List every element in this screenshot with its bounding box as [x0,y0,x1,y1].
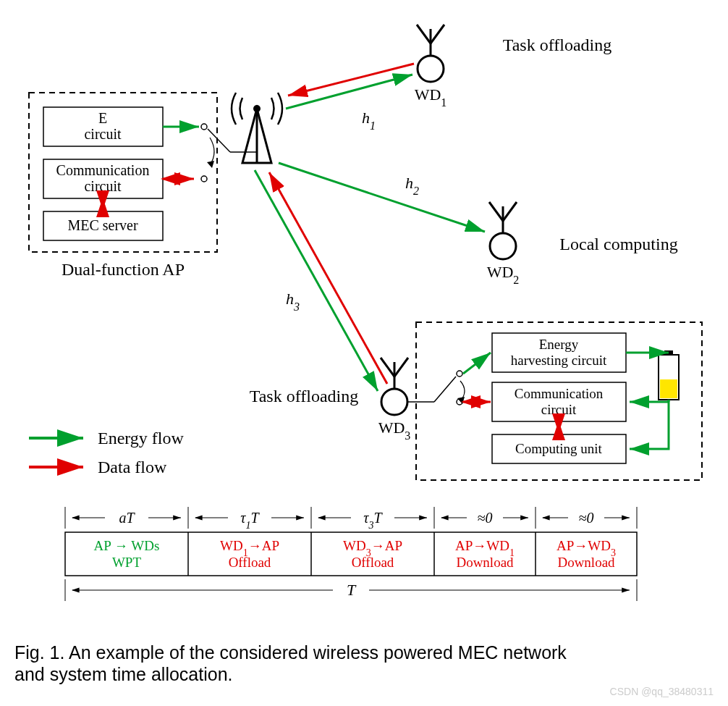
wd3-task: Task offloading [250,387,359,405]
wd1-task: Task offloading [503,35,612,54]
svg-text:harvesting circuit: harvesting circuit [511,353,607,368]
svg-text:WD3: WD3 [378,419,411,442]
legend-energy: Energy flow [98,429,185,447]
battery-icon [659,350,679,400]
svg-point-36 [457,371,462,377]
svg-text:Computing unit: Computing unit [515,441,603,456]
svg-line-22 [489,202,503,221]
arrow-ap-wd2-energy [279,163,485,232]
ap-box-energy: E [98,110,107,126]
svg-text:h1: h1 [362,109,376,132]
diagram-svg: E circuit Communication circuit MEC serv… [0,0,728,706]
svg-text:Offload: Offload [352,555,394,570]
watermark: CSDN @qq_38480311 [610,686,714,697]
svg-point-20 [490,233,516,259]
svg-text:h3: h3 [286,290,300,313]
svg-text:τ3T: τ3T [363,510,383,531]
arrow-ap-wd3-energy [255,170,378,391]
arrow-wd3-ap-data [269,172,387,384]
svg-text:WD1: WD1 [415,85,447,109]
svg-text:Offload: Offload [229,555,271,570]
svg-line-28 [394,358,408,377]
svg-line-17 [417,25,431,43]
svg-text:circuit: circuit [84,126,122,142]
svg-text:h2: h2 [405,174,419,197]
svg-line-23 [503,202,517,221]
svg-text:Download: Download [456,555,514,570]
svg-text:circuit: circuit [84,178,122,194]
wd2-task: Local computing [559,235,677,253]
ap-label: Dual-function AP [62,260,185,279]
svg-text:≈0: ≈0 [579,510,594,526]
svg-text:AP → WDs: AP → WDs [94,538,160,553]
legend-data: Data flow [98,458,167,476]
timeline: aT τ1T τ3T ≈0 ≈0 AP → WDs WPT WD1→AP Off… [65,507,637,601]
svg-text:Download: Download [557,555,615,570]
ap-box-mec: MEC server [67,217,138,233]
ap-box-comm: Communication [56,162,150,178]
ap-module: E circuit Communication circuit MEC serv… [29,93,257,279]
svg-text:τ1T: τ1T [240,510,260,531]
svg-text:WPT: WPT [112,555,142,570]
svg-line-46 [463,353,491,374]
legend: Energy flow Data flow [29,429,185,476]
svg-line-18 [431,25,444,43]
svg-text:aT: aT [119,510,135,526]
wd1: WD1 Task offloading [415,25,612,109]
svg-point-15 [418,56,444,82]
svg-point-14 [253,105,261,112]
svg-point-10 [201,176,207,182]
svg-text:WD2: WD2 [487,263,520,286]
svg-point-25 [381,389,407,415]
wd2: WD2 Local computing [487,202,678,286]
svg-text:≈0: ≈0 [478,510,493,526]
svg-point-8 [201,124,207,130]
figure-caption: Fig. 1. An example of the considered wir… [14,642,572,684]
svg-text:Energy: Energy [539,337,579,352]
svg-text:T: T [347,581,357,599]
svg-text:Communication: Communication [515,386,604,401]
wd3: WD3 Task offloading [250,358,411,442]
svg-text:circuit: circuit [541,402,577,417]
wd3-module: Energy harvesting circuit Communication … [407,322,702,480]
svg-rect-51 [660,379,677,398]
svg-line-35 [434,377,456,402]
